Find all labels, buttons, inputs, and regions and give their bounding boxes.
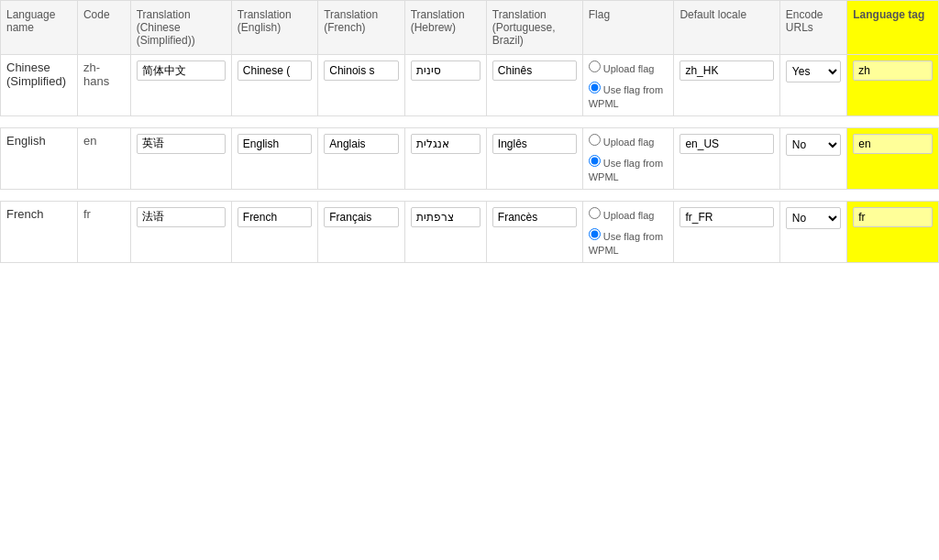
trans-pt-cell[interactable] [486,55,582,116]
trans-chinese-input[interactable] [137,207,226,227]
spacer-cell [779,115,846,127]
language-tag-cell[interactable] [847,201,939,262]
trans-french-cell[interactable] [318,201,404,262]
use-flag-wpml-radio[interactable] [589,82,601,93]
header-trans-hebrew: Translation (Hebrew) [404,1,486,55]
flag-cell: Upload flagUse flag from WPML [582,201,674,262]
trans-chinese-cell[interactable] [130,55,231,116]
spacer-cell [231,115,317,127]
table-row: EnglishenUpload flagUse flag from WPMLYe… [1,127,939,189]
trans-french-input[interactable] [324,60,398,81]
trans-chinese-cell[interactable] [130,201,231,262]
language-tag-input[interactable] [853,60,933,81]
header-encode-urls: Encode URLs [779,1,846,55]
header-flag: Flag [582,1,674,55]
languages-table: Language name Code Translation (Chinese … [0,0,939,263]
trans-pt-input[interactable] [492,134,577,154]
table-row: FrenchfrUpload flagUse flag from WPMLYes… [1,201,939,262]
trans-chinese-input[interactable] [137,60,226,81]
default-locale-cell[interactable] [674,127,779,189]
table-row: Chinese (Simplified)zh-hansUpload flagUs… [1,55,939,116]
trans-pt-input[interactable] [492,60,577,81]
trans-french-cell[interactable] [318,55,404,116]
upload-flag-radio[interactable] [589,134,601,146]
trans-hebrew-input[interactable] [411,60,481,81]
upload-flag-label: Upload flag [603,210,655,221]
encode-urls-select[interactable]: YesNo [786,60,841,82]
upload-flag-option[interactable]: Upload flag [589,60,668,76]
trans-hebrew-cell[interactable] [404,201,486,262]
spacer-cell [847,189,939,201]
default-locale-cell[interactable] [674,55,779,116]
spacer-cell [231,189,317,201]
upload-flag-radio[interactable] [589,207,601,219]
upload-flag-label: Upload flag [603,63,655,74]
default-locale-input[interactable] [679,134,773,154]
spacer-cell [674,189,779,201]
flag-cell: Upload flagUse flag from WPML [582,55,674,116]
default-locale-input[interactable] [679,207,773,227]
trans-pt-cell[interactable] [486,201,582,262]
default-locale-input[interactable] [679,60,773,81]
trans-pt-cell[interactable] [486,127,582,189]
header-language-name: Language name [1,1,78,55]
language-tag-input[interactable] [853,207,933,227]
header-trans-english: Translation (English) [231,1,317,55]
upload-flag-option[interactable]: Upload flag [589,134,668,149]
encode-urls-cell[interactable]: YesNo [779,55,846,116]
spacer-cell [486,115,582,127]
trans-hebrew-input[interactable] [411,207,481,227]
spacer-cell [674,115,779,127]
upload-flag-radio[interactable] [589,60,601,72]
default-locale-cell[interactable] [674,201,779,262]
encode-urls-select[interactable]: YesNo [786,207,841,229]
spacer-cell [318,115,404,127]
trans-hebrew-input[interactable] [411,134,481,154]
trans-english-input[interactable] [238,207,312,227]
trans-english-cell[interactable] [231,55,317,116]
header-trans-pt: Translation (Portuguese, Brazil) [486,1,582,55]
header-language-tag: Language tag [847,1,939,55]
spacer-cell [130,189,231,201]
language-tag-input[interactable] [853,134,933,154]
header-trans-chinese: Translation (Chinese (Simplified)) [130,1,231,55]
trans-french-cell[interactable] [318,127,404,189]
trans-pt-input[interactable] [492,207,577,227]
spacer-cell [486,189,582,201]
header-default-locale: Default locale [674,1,779,55]
encode-urls-select[interactable]: YesNo [786,134,841,156]
spacer-cell [1,189,78,201]
spacer-cell [77,115,130,127]
language-name-cell: Chinese (Simplified) [1,55,78,116]
trans-chinese-input[interactable] [137,134,226,154]
use-flag-wpml-option[interactable]: Use flag from WPML [589,155,668,183]
language-tag-cell[interactable] [847,55,939,116]
use-flag-wpml-option[interactable]: Use flag from WPML [589,82,668,110]
language-code-cell: en [77,127,130,189]
spacer-cell [582,189,674,201]
trans-french-input[interactable] [324,134,398,154]
use-flag-wpml-radio[interactable] [589,228,601,240]
spacer-cell [77,189,130,201]
header-trans-french: Translation (French) [318,1,404,55]
encode-urls-cell[interactable]: YesNo [779,127,846,189]
upload-flag-option[interactable]: Upload flag [589,207,668,223]
spacer-cell [130,115,231,127]
trans-hebrew-cell[interactable] [404,55,486,116]
trans-chinese-cell[interactable] [130,127,231,189]
header-code: Code [77,1,130,55]
encode-urls-cell[interactable]: YesNo [779,201,846,262]
trans-french-input[interactable] [324,207,398,227]
trans-hebrew-cell[interactable] [404,127,486,189]
row-spacer [1,189,939,201]
trans-english-cell[interactable] [231,201,317,262]
use-flag-wpml-option[interactable]: Use flag from WPML [589,228,668,257]
language-tag-cell[interactable] [847,127,939,189]
languages-table-container: Language name Code Translation (Chinese … [0,0,939,263]
trans-english-input[interactable] [238,60,312,81]
trans-english-input[interactable] [238,134,312,154]
use-flag-wpml-radio[interactable] [589,155,601,167]
spacer-cell [1,115,78,127]
language-code-cell: fr [77,201,130,262]
trans-english-cell[interactable] [231,127,317,189]
